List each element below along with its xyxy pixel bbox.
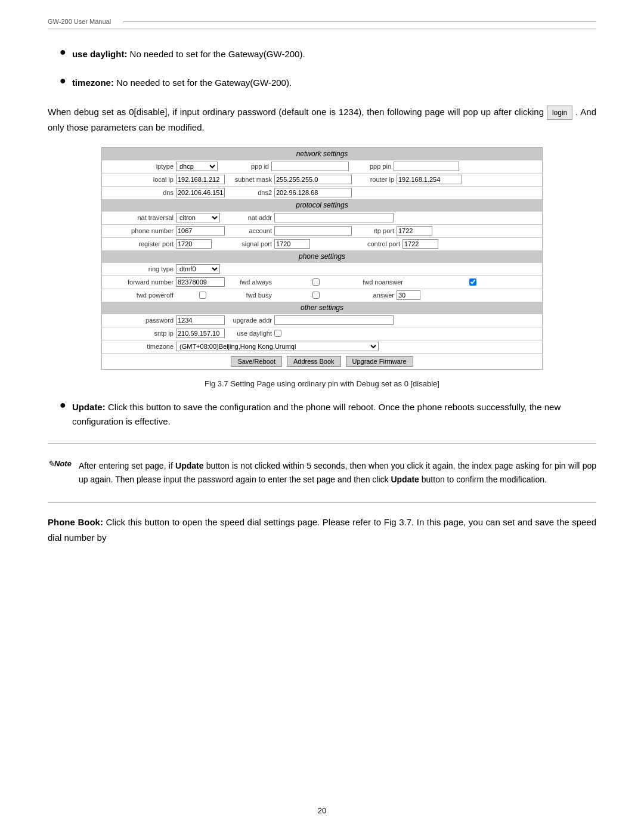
label-signal-port: signal port xyxy=(242,240,272,247)
subnet-mask-input[interactable] xyxy=(274,175,352,184)
password-input[interactable] xyxy=(176,315,225,325)
settings-footer: Save/Reboot Address Book Upgrade Firmwar… xyxy=(102,353,542,369)
control-port-input[interactable] xyxy=(402,239,438,249)
bullet-bold-update: Update: xyxy=(72,402,106,412)
bullet-bold-1: use daylight: xyxy=(72,49,128,59)
label-sntp-ip: sntp ip xyxy=(154,330,174,337)
phone-book-bold: Phone Book: xyxy=(48,517,103,527)
other-row-3: timezone (GMT+08:00)Beijing,Hong Kong,Ur… xyxy=(102,340,542,353)
label-router-ip: router ip xyxy=(370,176,394,183)
other-settings-header: other settings xyxy=(102,302,542,314)
label-nat-traversal: nat traversal xyxy=(137,214,174,221)
bullet-update: ● Update: Click this button to save the … xyxy=(48,400,596,429)
label-timezone: timezone xyxy=(147,343,174,350)
phone-row-1: ring type dtmf0dtmf1 xyxy=(102,262,542,275)
sntp-ip-input[interactable] xyxy=(176,329,225,338)
dns2-input[interactable] xyxy=(274,188,352,197)
bullet-bold-2: timezone: xyxy=(72,78,114,88)
label-nat-addr: nat addr xyxy=(248,214,272,221)
protocol-row-2: phone number account rtp port xyxy=(102,224,542,237)
settings-figure: network settings iptype dhcpstatic ppp i… xyxy=(101,147,543,370)
login-button-image: login xyxy=(547,106,572,120)
phone-row-3: fwd poweroff fwd busy answer xyxy=(102,289,542,302)
other-row-1: password upgrade addr xyxy=(102,314,542,327)
label-fwd-noanswer: fwd noanswer xyxy=(363,278,403,286)
ring-type-select[interactable]: dtmf0dtmf1 xyxy=(176,264,220,274)
bullet-use-daylight: ● use daylight: No needed to set for the… xyxy=(48,47,596,61)
upgrade-firmware-button[interactable]: Upgrade Firmware xyxy=(346,356,413,367)
fwd-poweroff-checkbox[interactable] xyxy=(199,292,206,299)
iptype-select[interactable]: dhcpstatic xyxy=(176,162,218,171)
note-text: After entering set page, if Update butto… xyxy=(79,459,596,487)
label-upgrade-addr: upgrade addr xyxy=(233,317,272,324)
divider-1 xyxy=(48,443,596,444)
protocol-row-1: nat traversal citronnone nat addr xyxy=(102,211,542,224)
label-rtp-port: rtp port xyxy=(373,227,394,234)
divider-2 xyxy=(48,502,596,503)
protocol-row-3: register port signal port control port xyxy=(102,237,542,250)
protocol-settings-header: protocol settings xyxy=(102,199,542,211)
ppp-pin-input[interactable] xyxy=(394,162,459,171)
local-ip-input[interactable] xyxy=(176,175,225,184)
dns-input[interactable] xyxy=(176,188,225,197)
use-daylight-checkbox[interactable] xyxy=(274,330,281,337)
answer-input[interactable] xyxy=(397,290,420,300)
label-ppp-pin: ppp pin xyxy=(370,163,391,170)
page-header: GW-200 User Manual xyxy=(48,18,596,29)
label-control-port: control port xyxy=(367,240,400,247)
bullet-text-2: timezone: No needed to set for the Gatew… xyxy=(72,76,292,90)
rtp-port-input[interactable] xyxy=(397,226,432,236)
network-settings-header: network settings xyxy=(102,148,542,160)
label-iptype: iptype xyxy=(156,163,174,170)
fwd-always-checkbox[interactable] xyxy=(312,278,320,286)
save-reboot-button[interactable]: Save/Reboot xyxy=(231,356,282,367)
account-input[interactable] xyxy=(274,226,352,236)
header-rule xyxy=(123,21,596,22)
other-row-2: sntp ip use daylight xyxy=(102,327,542,340)
page-number: 20 xyxy=(318,806,326,815)
fwd-noanswer-checkbox[interactable] xyxy=(469,278,476,286)
router-ip-input[interactable] xyxy=(397,175,462,184)
label-subnet-mask: subnet mask xyxy=(235,176,272,183)
bullet-dot-1: ● xyxy=(60,46,66,58)
label-ring-type: ring type xyxy=(148,265,174,272)
nat-traversal-select[interactable]: citronnone xyxy=(176,213,220,222)
label-ppp-id: ppp id xyxy=(251,163,269,170)
label-password: password xyxy=(145,317,174,324)
network-row-3: dns dns2 xyxy=(102,186,542,199)
forward-number-input[interactable] xyxy=(176,277,225,287)
ppp-id-input[interactable] xyxy=(271,162,349,171)
label-forward-number: forward number xyxy=(128,278,174,286)
signal-port-input[interactable] xyxy=(274,239,310,249)
phone-settings-header: phone settings xyxy=(102,250,542,262)
network-row-1: iptype dhcpstatic ppp id ppp pin xyxy=(102,160,542,173)
note-icon: ✎Note xyxy=(48,459,72,468)
timezone-select[interactable]: (GMT+08:00)Beijing,Hong Kong,Urumqi xyxy=(176,342,379,351)
register-port-input[interactable] xyxy=(176,239,212,249)
bullet-dot-update: ● xyxy=(60,399,66,411)
upgrade-addr-input[interactable] xyxy=(274,315,394,325)
label-answer: answer xyxy=(373,292,394,299)
bullet-dot-2: ● xyxy=(60,75,66,87)
label-account: account xyxy=(249,227,272,234)
label-dns2: dns2 xyxy=(258,189,272,196)
note-block: ✎Note After entering set page, if Update… xyxy=(48,456,596,490)
bullet-timezone: ● timezone: No needed to set for the Gat… xyxy=(48,76,596,90)
phone-number-input[interactable] xyxy=(176,226,225,236)
phone-book-paragraph: Phone Book: Click this button to open th… xyxy=(48,515,596,545)
label-local-ip: local ip xyxy=(153,176,174,183)
header-title: GW-200 User Manual xyxy=(48,18,111,25)
label-dns: dns xyxy=(163,189,174,196)
address-book-button[interactable]: Address Book xyxy=(287,356,340,367)
paragraph-debug: When debug set as 0[disable], if input o… xyxy=(48,104,596,135)
network-row-2: local ip subnet mask router ip xyxy=(102,173,542,186)
label-fwd-always: fwd always xyxy=(240,278,272,286)
phone-row-2: forward number fwd always fwd noanswer xyxy=(102,275,542,289)
nat-addr-input[interactable] xyxy=(274,213,394,222)
label-fwd-busy: fwd busy xyxy=(246,292,272,299)
label-phone-number: phone number xyxy=(131,227,174,234)
figure-caption: Fig 3.7 Setting Page using ordinary pin … xyxy=(48,379,596,388)
fwd-busy-checkbox[interactable] xyxy=(312,292,320,299)
bullet-text-update: Update: Click this button to save the co… xyxy=(72,400,596,429)
label-use-daylight: use daylight xyxy=(237,330,272,337)
